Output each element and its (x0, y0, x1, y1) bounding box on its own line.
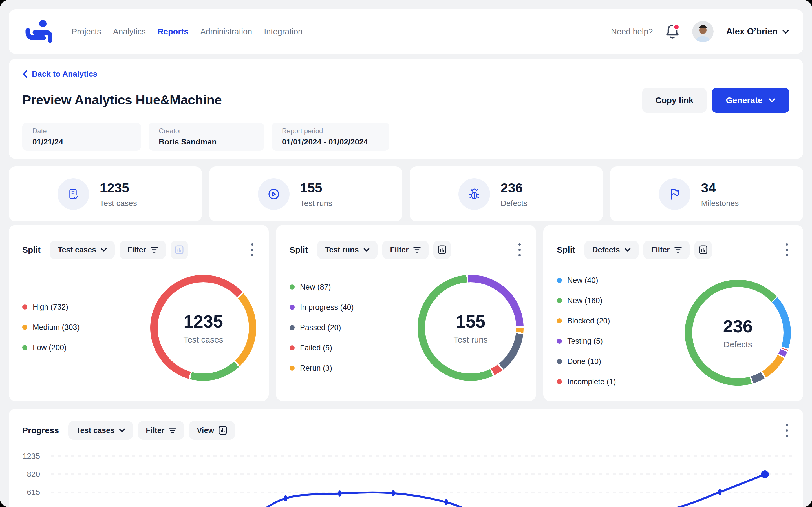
generate-button[interactable]: Generate (712, 88, 790, 113)
page-title: Preview Analytics Hue&Machine (22, 92, 221, 108)
stat-card-milestones: 34 Milestones (610, 166, 803, 221)
nav-item-reports[interactable]: Reports (158, 27, 189, 36)
test-cases-icon (57, 178, 89, 210)
split-entity-dropdown[interactable]: Defects (585, 240, 639, 259)
stat-value: 236 (501, 180, 554, 195)
legend-dot (290, 365, 295, 371)
chart-view-button[interactable] (170, 240, 188, 259)
donut-chart-test-runs: 155 Test runs (417, 275, 523, 381)
progress-card: Progress Test cases Filter View 12358206… (9, 409, 803, 507)
split-section-title: Split (22, 245, 41, 255)
report-meta-row: Date 01/21/24 Creator Boris Sandman Repo… (22, 122, 389, 151)
stat-value: 34 (701, 180, 755, 195)
copy-link-button[interactable]: Copy link (642, 88, 707, 113)
nav-item-integration[interactable]: Integration (264, 27, 303, 36)
notifications-bell-icon[interactable] (665, 24, 680, 40)
donut-legend: New (40) New (160) Blocked (20) Testing … (557, 275, 616, 396)
card-menu-kebab[interactable] (513, 240, 526, 259)
need-help-link[interactable]: Need help? (611, 27, 653, 36)
legend-dot (22, 325, 28, 330)
bar-chart-icon (699, 245, 707, 255)
chevron-down-icon (782, 29, 790, 34)
legend-item: In progress (40) (290, 302, 354, 313)
legend-item: Testing (5) (557, 335, 616, 347)
filter-button[interactable]: Filter (644, 240, 690, 259)
chart-view-button[interactable] (695, 240, 712, 259)
meta-date-value: 01/21/24 (33, 137, 131, 147)
stat-label: Test runs (300, 199, 354, 208)
user-menu[interactable]: Alex O’brien (726, 26, 790, 37)
meta-report-period-label: Report period (282, 127, 379, 135)
filter-button[interactable]: Filter (119, 240, 166, 259)
donut-center-value: 1235 (184, 311, 223, 332)
split-card-test-cases: Split Test cases Filter High (732) Mediu… (9, 225, 269, 401)
legend-item: Medium (303) (22, 322, 80, 333)
bar-chart-icon (175, 245, 184, 255)
donut-legend: New (87) In progress (40) Passed (20) Fa… (290, 281, 354, 383)
avatar[interactable] (692, 21, 714, 42)
donut-center-label: Test cases (183, 335, 223, 344)
header-actions: Copy link Generate (642, 88, 790, 113)
card-menu-kebab[interactable] (781, 240, 793, 259)
report-header-card: Back to Analytics Preview Analytics Hue&… (9, 59, 803, 159)
chevron-down-icon (363, 248, 370, 252)
nav-item-analytics[interactable]: Analytics (113, 27, 146, 36)
legend-dot (557, 298, 562, 303)
chart-view-button[interactable] (434, 240, 451, 259)
split-section-title: Split (290, 245, 308, 255)
donut-chart-defects: 236 Defects (685, 280, 791, 386)
legend-item: Incomplete (1) (557, 376, 616, 387)
stat-label: Defects (501, 199, 554, 208)
legend-item: Passed (20) (290, 322, 354, 333)
card-menu-kebab[interactable] (246, 240, 259, 259)
nav-item-projects[interactable]: Projects (71, 27, 101, 36)
legend-item: Low (200) (22, 342, 80, 353)
legend-dot (557, 278, 562, 283)
legend-dot (290, 345, 295, 350)
legend-item: Done (10) (557, 356, 616, 367)
stat-value: 1235 (100, 180, 153, 195)
nav-right-cluster: Need help? (611, 21, 790, 42)
back-to-analytics-link[interactable]: Back to Analytics (22, 69, 97, 78)
generate-button-label: Generate (726, 96, 762, 105)
meta-date-label: Date (33, 127, 131, 135)
donut-center-label: Test runs (453, 335, 488, 344)
donut-center-value: 155 (456, 311, 485, 332)
nav-item-administration[interactable]: Administration (200, 27, 252, 36)
legend-dot (557, 339, 562, 344)
meta-report-period: Report period 01/01/2024 - 01/02/2024 (272, 122, 389, 151)
stat-value: 155 (300, 180, 354, 195)
meta-creator: Creator Boris Sandman (149, 122, 264, 151)
meta-creator-label: Creator (159, 127, 254, 135)
filter-icon (674, 247, 682, 253)
filter-icon (151, 247, 158, 253)
stat-label: Milestones (701, 199, 755, 208)
split-section-title: Split (557, 245, 575, 255)
chevron-down-icon (101, 248, 107, 252)
filter-button[interactable]: Filter (382, 240, 428, 259)
stat-card-defects: 236 Defects (410, 166, 603, 221)
app-screen: Projects Analytics Reports Administratio… (0, 0, 812, 507)
donut-legend: High (732) Medium (303) Low (200) (22, 301, 80, 362)
split-card-defects: Split Defects Filter New (40) New (160) … (543, 225, 803, 401)
legend-item: Blocked (20) (557, 315, 616, 327)
back-link-label: Back to Analytics (32, 69, 97, 78)
legend-dot (290, 305, 295, 310)
legend-item: New (40) (557, 275, 616, 286)
chevron-left-icon (22, 70, 28, 78)
legend-dot (22, 345, 28, 350)
nav-menu: Projects Analytics Reports Administratio… (71, 27, 303, 36)
progress-line-chart: 1235820615410 (9, 409, 803, 507)
legend-item: Failed (5) (290, 342, 354, 353)
meta-creator-value: Boris Sandman (159, 137, 254, 147)
app-logo-icon[interactable] (26, 19, 52, 44)
split-entity-dropdown[interactable]: Test runs (317, 240, 377, 259)
meta-report-period-value: 01/01/2024 - 01/02/2024 (282, 137, 379, 147)
svg-text:410: 410 (27, 506, 40, 507)
test-runs-icon (258, 178, 290, 210)
split-entity-dropdown[interactable]: Test cases (50, 240, 115, 259)
split-card-test-runs: Split Test runs Filter New (87) In progr… (276, 225, 536, 401)
legend-item: High (732) (22, 301, 80, 313)
legend-item: New (87) (290, 281, 354, 293)
donut-center-value: 236 (723, 316, 753, 336)
